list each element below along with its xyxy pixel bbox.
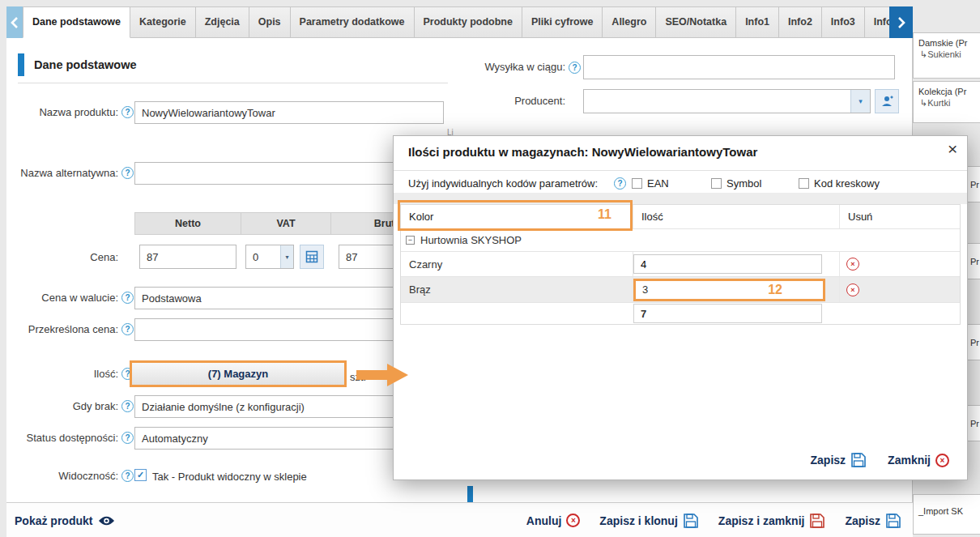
tab-kategorie[interactable]: Kategorie xyxy=(130,6,196,38)
save-clone-label: Zapisz i klonuj xyxy=(599,514,677,527)
tabs-scroll-left-button[interactable] xyxy=(6,6,23,38)
warehouse-group-label: Hurtownia SKYSHOP xyxy=(420,234,522,246)
section-title: Dane podstawowe xyxy=(34,53,137,76)
producer-label: Producent: xyxy=(444,89,565,113)
cancel-icon: × xyxy=(566,514,580,527)
vat-select[interactable]: 0 ▾ xyxy=(245,245,294,269)
tab-produkty-podobne[interactable]: Produkty podobne xyxy=(415,6,522,38)
section-divider xyxy=(18,83,448,83)
save-and-clone-button[interactable]: Zapisz i klonuj xyxy=(599,513,698,529)
table-header-row: Kolor Ilość Usuń xyxy=(401,205,960,229)
currency-price-label: Cena w walucie: xyxy=(6,287,118,309)
ean-checkbox-label: EAN xyxy=(647,177,669,190)
table-row: Brąz 3 12 × xyxy=(401,277,960,303)
tab-info4[interactable]: Info xyxy=(865,6,889,38)
collapse-icon[interactable]: − xyxy=(406,236,415,245)
tab-info2[interactable]: Info2 xyxy=(779,6,822,38)
hidden-section-accent-fragment xyxy=(467,486,473,504)
price-label: Cena: xyxy=(6,246,118,269)
modal-close-icon[interactable]: × xyxy=(948,139,957,159)
warehouse-quantities-modal: Ilości produktu w magazynach: NowyWielow… xyxy=(393,135,968,480)
delete-row-icon[interactable]: × xyxy=(846,258,859,271)
symbol-checkbox[interactable] xyxy=(711,178,722,189)
add-producer-button[interactable] xyxy=(875,89,899,113)
tab-bar: Dane podstawowe Kategorie Zdjęcia Opis P… xyxy=(6,6,913,38)
help-icon[interactable]: ? xyxy=(121,167,134,179)
sidebar-item-title: _Import SK xyxy=(914,495,980,517)
tabs-scroll-right-button[interactable] xyxy=(889,6,913,38)
sidebar-item-kolekcja[interactable]: Kolekcja (Pr ↳Kurtki xyxy=(913,81,980,123)
visibility-checkbox[interactable]: ✓ xyxy=(134,469,147,481)
cancel-button[interactable]: Anuluj × xyxy=(526,514,581,527)
help-icon[interactable]: ? xyxy=(121,292,134,304)
help-icon[interactable]: ? xyxy=(121,432,134,444)
tab-zdjecia[interactable]: Zdjęcia xyxy=(196,6,249,38)
product-name-input[interactable] xyxy=(134,101,444,124)
variant-name: Brąz xyxy=(401,277,633,302)
price-netto-input[interactable] xyxy=(139,245,236,269)
annotation-step-11: 11 xyxy=(598,207,611,222)
warehouse-table: Kolor Ilość Usuń − Hurtownia SKYSHOP Cza… xyxy=(400,204,961,325)
eye-icon[interactable] xyxy=(98,515,115,526)
price-calculator-button[interactable] xyxy=(300,245,324,269)
help-icon[interactable]: ? xyxy=(121,106,134,118)
producer-select[interactable]: ▾ xyxy=(583,89,871,113)
show-product-button[interactable]: Pokaż produkt xyxy=(15,514,92,527)
when-out-label: Gdy brak: xyxy=(6,395,118,418)
delete-row-icon[interactable]: × xyxy=(846,283,859,296)
quantity-input[interactable] xyxy=(633,254,822,274)
tab-pliki-cyfrowe[interactable]: Pliki cyfrowe xyxy=(522,6,603,38)
help-icon[interactable]: ? xyxy=(569,62,581,74)
alt-name-label: Nazwa alternatywna: xyxy=(6,162,118,185)
total-row: 7 xyxy=(401,303,960,324)
save-floppy-icon xyxy=(885,513,901,529)
variant-name: Czarny xyxy=(401,252,633,276)
tab-dane-podstawowe[interactable]: Dane podstawowe xyxy=(23,6,130,38)
quantity-input-highlighted[interactable]: 3 12 xyxy=(633,279,825,301)
tab-parametry-dodatkowe[interactable]: Parametry dodatkowe xyxy=(291,6,415,38)
warehouse-quantity-button[interactable]: (7) Magazyn xyxy=(130,360,347,387)
chevron-down-icon[interactable]: ▾ xyxy=(850,90,870,113)
modal-close-button[interactable]: Zamknij × xyxy=(888,454,949,467)
help-icon[interactable]: ? xyxy=(121,323,134,335)
modal-header-divider xyxy=(394,170,967,171)
warehouse-arrow-head xyxy=(387,364,408,386)
help-icon[interactable]: ? xyxy=(121,400,134,412)
column-header-ilosc: Ilość xyxy=(633,205,840,228)
sidebar-item-title: Pr xyxy=(970,257,979,266)
sidebar-item-damskie[interactable]: Damskie (Pr ↳Sukienki xyxy=(913,32,980,79)
help-icon[interactable]: ? xyxy=(121,470,134,482)
ean-checkbox[interactable] xyxy=(632,178,642,189)
modal-save-button[interactable]: Zapisz xyxy=(811,452,867,468)
tab-info3[interactable]: Info3 xyxy=(822,6,865,38)
tab-info1[interactable]: Info1 xyxy=(736,6,779,38)
warehouse-group-row[interactable]: − Hurtownia SKYSHOP xyxy=(401,229,960,252)
save-close-label: Zapisz i zamknij xyxy=(718,514,805,527)
modal-close-x-icon: × xyxy=(935,454,949,467)
chevron-down-icon[interactable]: ▾ xyxy=(280,245,293,268)
warehouse-arrow-annotation xyxy=(356,370,387,380)
tab-seo-notatka[interactable]: SEO/Notatka xyxy=(656,6,736,38)
price-header-netto: Netto xyxy=(135,213,241,234)
save-label: Zapisz xyxy=(845,514,880,527)
modal-title: Ilości produktu w magazynach: NowyWielow… xyxy=(408,145,757,159)
help-icon[interactable]: ? xyxy=(614,177,626,190)
sidebar-item-import[interactable]: _Import SK xyxy=(913,494,980,535)
save-button[interactable]: Zapisz xyxy=(845,513,901,529)
annotation-step-12: 12 xyxy=(768,283,782,297)
barcode-checkbox[interactable] xyxy=(799,178,809,189)
visibility-value: Tak - Produkt widoczny w sklepie xyxy=(152,471,307,483)
save-and-close-button[interactable]: Zapisz i zamknij xyxy=(718,513,826,529)
symbol-checkbox-label: Symbol xyxy=(726,177,761,190)
calculator-icon xyxy=(305,250,318,263)
sidebar-item-title: Kolekcja (Pr xyxy=(914,82,980,97)
sidebar-item-title: Pr xyxy=(970,419,979,428)
product-name-label: Nazwa produktu: xyxy=(6,101,118,124)
availability-status-label: Status dostępności: xyxy=(6,427,118,450)
modal-save-floppy-icon xyxy=(850,452,867,468)
shipping-input[interactable] xyxy=(583,55,895,79)
tab-opis[interactable]: Opis xyxy=(249,6,291,38)
tabs-strip: Dane podstawowe Kategorie Zdjęcia Opis P… xyxy=(23,6,889,38)
tab-allegro[interactable]: Allegro xyxy=(603,6,656,38)
save-clone-floppy-icon xyxy=(683,513,699,529)
